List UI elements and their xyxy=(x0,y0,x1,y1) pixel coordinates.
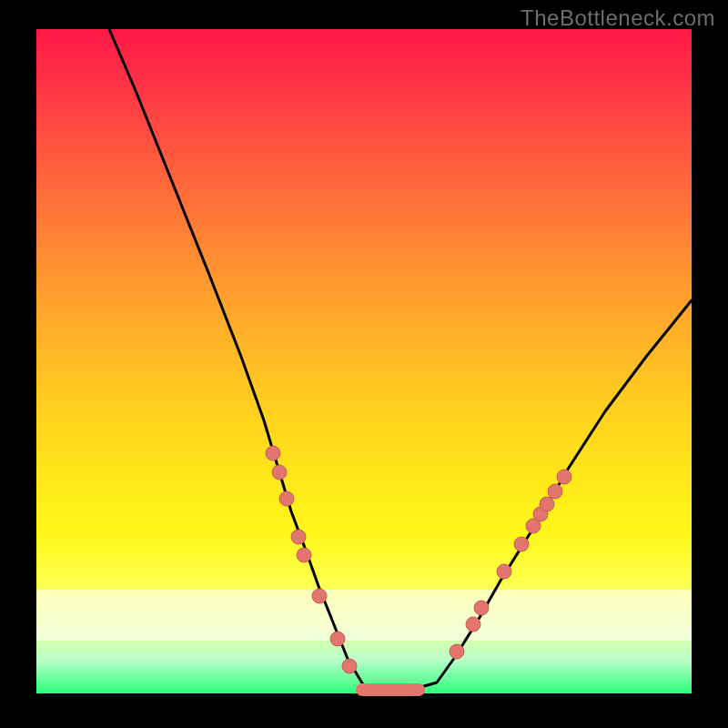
data-marker-left xyxy=(342,659,357,673)
data-marker-right xyxy=(514,537,529,551)
data-marker-left xyxy=(297,548,311,562)
bottleneck-chart xyxy=(36,29,692,693)
plot-area xyxy=(36,29,692,693)
data-marker-left xyxy=(330,632,345,646)
data-marker-right xyxy=(557,470,571,484)
watermark-text: TheBottleneck.com xyxy=(521,5,715,31)
data-marker-left xyxy=(266,446,280,460)
data-marker-right xyxy=(474,601,489,615)
data-marker-left xyxy=(272,465,287,480)
app-frame: TheBottleneck.com xyxy=(0,0,728,728)
data-marker-left xyxy=(312,589,327,603)
data-marker-right xyxy=(466,617,480,632)
bottleneck-curve xyxy=(109,29,692,690)
data-marker-left xyxy=(279,491,294,506)
data-marker-right xyxy=(540,497,554,511)
data-marker-right xyxy=(497,564,511,579)
data-marker-right xyxy=(548,484,562,499)
data-marker-right xyxy=(450,644,464,659)
data-marker-left xyxy=(291,530,306,544)
